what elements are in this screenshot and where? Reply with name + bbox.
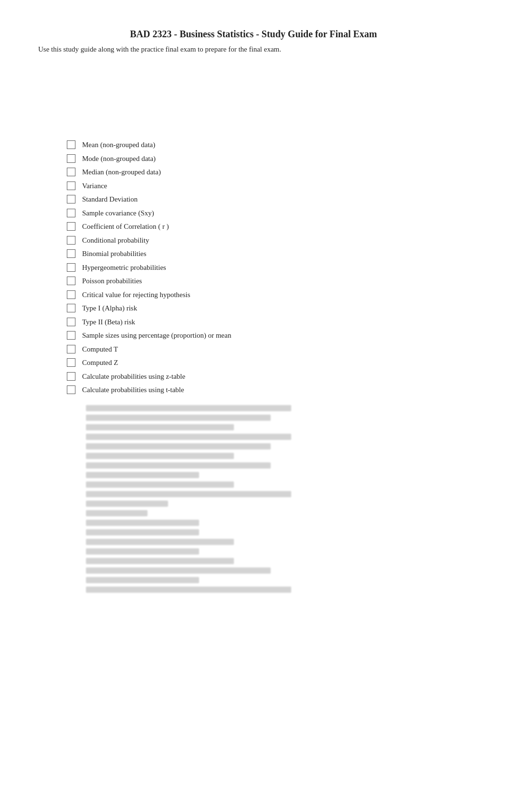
blur-line-10 xyxy=(86,491,291,497)
blur-line-12 xyxy=(86,510,148,516)
page-subtitle: Use this study guide along with the prac… xyxy=(38,45,469,53)
page-title: BAD 2323 - Business Statistics - Study G… xyxy=(38,29,469,40)
bullet-icon-4 xyxy=(67,182,75,190)
bullet-icon-16 xyxy=(67,345,75,353)
bullet-item-13: Type I (Alpha) risk xyxy=(67,303,469,314)
bullet-icon-1 xyxy=(67,140,75,149)
page: BAD 2323 - Business Statistics - Study G… xyxy=(0,0,507,812)
bullet-text-2: Mode (non-grouped data) xyxy=(82,153,156,164)
blur-line-19 xyxy=(86,577,199,583)
bullet-text-7: Coefficient of Correlation ( r ) xyxy=(82,221,169,232)
bullet-icon-6 xyxy=(67,209,75,217)
bullet-icon-15 xyxy=(67,331,75,340)
blur-line-1 xyxy=(86,405,291,411)
bullet-icon-5 xyxy=(67,195,75,203)
bullet-item-11: Poisson probabilities xyxy=(67,276,469,287)
bullet-icon-12 xyxy=(67,290,75,299)
bullet-item-10: Hypergeometric probabilities xyxy=(67,262,469,273)
bullet-item-3: Median (non-grouped data) xyxy=(67,167,469,178)
bullet-text-8: Conditional probability xyxy=(82,235,149,246)
bullet-text-10: Hypergeometric probabilities xyxy=(82,262,166,273)
bullet-icon-9 xyxy=(67,249,75,258)
bullet-text-17: Computed Z xyxy=(82,357,118,368)
blur-line-14 xyxy=(86,529,199,535)
bullet-text-6: Sample covariance (Sxy) xyxy=(82,208,154,219)
bullet-text-15: Sample sizes using percentage (proportio… xyxy=(82,330,231,341)
bullet-text-9: Binomial probabilities xyxy=(82,248,147,259)
bullet-item-19: Calculate probabilities using t-table xyxy=(67,385,469,395)
blur-line-15 xyxy=(86,539,234,545)
bullet-icon-11 xyxy=(67,277,75,285)
bullet-text-16: Computed T xyxy=(82,344,118,355)
bullet-icon-13 xyxy=(67,304,75,312)
bullet-icon-8 xyxy=(67,236,75,245)
bullet-icon-14 xyxy=(67,318,75,326)
blur-line-5 xyxy=(86,443,271,449)
blur-line-3 xyxy=(86,424,234,430)
bullet-item-2: Mode (non-grouped data) xyxy=(67,153,469,164)
blurred-section xyxy=(86,405,291,593)
bullet-text-14: Type II (Beta) risk xyxy=(82,317,135,328)
bullet-icon-3 xyxy=(67,168,75,176)
blur-line-13 xyxy=(86,520,199,526)
bullet-item-4: Variance xyxy=(67,181,469,192)
bullet-item-6: Sample covariance (Sxy) xyxy=(67,208,469,219)
blur-line-16 xyxy=(86,548,199,555)
bullet-item-15: Sample sizes using percentage (proportio… xyxy=(67,330,469,341)
bullet-icon-2 xyxy=(67,154,75,163)
blur-line-4 xyxy=(86,434,291,440)
blur-line-20 xyxy=(86,587,291,593)
bullet-text-4: Variance xyxy=(82,181,107,192)
bullet-text-12: Critical value for rejecting hypothesis xyxy=(82,289,190,300)
bullet-text-18: Calculate probabilities using z-table xyxy=(82,371,185,382)
bullet-item-12: Critical value for rejecting hypothesis xyxy=(67,289,469,300)
blur-line-2 xyxy=(86,415,271,421)
bullet-text-11: Poisson probabilities xyxy=(82,276,142,287)
bullet-item-17: Computed Z xyxy=(67,357,469,368)
blur-line-11 xyxy=(86,501,168,507)
bullet-icon-7 xyxy=(67,222,75,231)
bullet-item-1: Mean (non-grouped data) xyxy=(67,139,469,150)
bullet-text-5: Standard Deviation xyxy=(82,194,137,205)
bullet-item-18: Calculate probabilities using z-table xyxy=(67,371,469,382)
blur-line-18 xyxy=(86,567,271,574)
bullet-text-19: Calculate probabilities using t-table xyxy=(82,385,184,395)
bullet-item-7: Coefficient of Correlation ( r ) xyxy=(67,221,469,232)
bullet-item-14: Type II (Beta) risk xyxy=(67,317,469,328)
bullet-item-8: Conditional probability xyxy=(67,235,469,246)
bullet-icon-10 xyxy=(67,263,75,272)
bullet-icon-19 xyxy=(67,385,75,394)
bullet-icon-18 xyxy=(67,372,75,381)
bullet-text-13: Type I (Alpha) risk xyxy=(82,303,137,314)
bullet-item-16: Computed T xyxy=(67,344,469,355)
blur-line-17 xyxy=(86,558,234,564)
blur-line-7 xyxy=(86,462,271,469)
bullet-list: Mean (non-grouped data)Mode (non-grouped… xyxy=(67,139,469,395)
bullet-text-1: Mean (non-grouped data) xyxy=(82,139,155,150)
blur-line-9 xyxy=(86,481,234,488)
bullet-item-9: Binomial probabilities xyxy=(67,248,469,259)
bullet-text-3: Median (non-grouped data) xyxy=(82,167,161,178)
bullet-icon-17 xyxy=(67,358,75,367)
blur-line-6 xyxy=(86,453,234,459)
blur-line-8 xyxy=(86,472,199,478)
bullet-item-5: Standard Deviation xyxy=(67,194,469,205)
